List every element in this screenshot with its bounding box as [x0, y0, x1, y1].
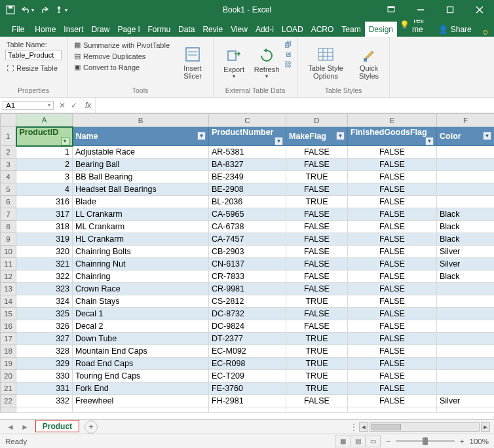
cell[interactable]: LL Crankarm	[73, 208, 209, 221]
cell[interactable]: Mountain End Caps	[73, 345, 209, 358]
cell[interactable]: CA-7457	[209, 233, 286, 246]
table-header[interactable]: ProductID▼	[16, 127, 73, 146]
link-props[interactable]: 🗐 🖥 ⛓	[284, 39, 292, 85]
tab-file[interactable]: File	[5, 22, 31, 37]
table-header[interactable]: Color▼	[437, 127, 495, 146]
cell[interactable]: TRUE	[286, 171, 348, 183]
cell[interactable]: 321	[16, 258, 73, 271]
cell[interactable]: Black	[437, 233, 495, 246]
cell[interactable]: 316	[16, 196, 73, 208]
row-head[interactable]: 22	[1, 395, 16, 407]
enter-icon[interactable]: ✓	[71, 101, 77, 110]
cell[interactable]: BE-2908	[209, 183, 286, 196]
cell[interactable]: Road End Caps	[73, 358, 209, 370]
tab-team[interactable]: Team	[337, 22, 364, 37]
tab-data[interactable]: Data	[174, 22, 199, 37]
minimize-button[interactable]	[406, 0, 435, 20]
zoom-slider[interactable]	[396, 440, 455, 442]
cell[interactable]: Adjustable Race	[73, 146, 209, 159]
cell[interactable]: Headset Ball Bearings	[73, 183, 209, 196]
cell[interactable]: 331	[16, 383, 73, 395]
share-button[interactable]: 👤Share	[433, 22, 477, 37]
cell[interactable]: TRUE	[286, 358, 348, 370]
quick-styles-button[interactable]: Quick Styles	[354, 39, 384, 85]
cell[interactable]: Touring End Caps	[73, 370, 209, 383]
cell[interactable]: 326	[16, 320, 73, 333]
cell[interactable]: 1	[16, 146, 73, 159]
cell[interactable]: FALSE	[286, 246, 348, 258]
filter-icon[interactable]: ▼	[425, 137, 434, 145]
row-head[interactable]: 16	[1, 320, 16, 333]
cell[interactable]: ML Crankarm	[73, 221, 209, 233]
cell[interactable]: FE-3760	[209, 383, 286, 395]
col-head-E[interactable]: E	[348, 114, 437, 127]
tab-home[interactable]: Home	[31, 22, 60, 37]
cell[interactable]: Black	[437, 208, 495, 221]
cell[interactable]: FALSE	[348, 295, 437, 308]
cell[interactable]	[437, 183, 495, 196]
cell[interactable]: Chainring Bolts	[73, 246, 209, 258]
cell[interactable]: FH-2981	[209, 395, 286, 407]
cell[interactable]: Down Tube	[73, 333, 209, 345]
table-name-input[interactable]	[5, 50, 62, 60]
tab-add-i[interactable]: Add-i	[252, 22, 278, 37]
row-head[interactable]: 4	[1, 171, 16, 183]
cell[interactable]: Fork End	[73, 383, 209, 395]
cell[interactable]: FALSE	[348, 258, 437, 271]
cell[interactable]: HL Crankarm	[73, 233, 209, 246]
cell[interactable]: FALSE	[348, 345, 437, 358]
feedback-icon[interactable]: ☺	[477, 28, 494, 37]
filter-icon[interactable]: ▼	[61, 137, 69, 145]
cell[interactable]: Silver	[437, 395, 495, 407]
cell[interactable]: FALSE	[348, 283, 437, 295]
cell[interactable]: Chainring Nut	[73, 258, 209, 271]
cell[interactable]	[437, 146, 495, 159]
cell[interactable]: FALSE	[286, 208, 348, 221]
cell[interactable]: Decal 1	[73, 308, 209, 320]
cell[interactable]: BL-2036	[209, 196, 286, 208]
cell[interactable]: TRUE	[286, 370, 348, 383]
cell[interactable]: 318	[16, 221, 73, 233]
convert-range-button[interactable]: ▣Convert to Range	[73, 62, 171, 73]
cell[interactable]: FALSE	[286, 183, 348, 196]
row-head[interactable]: 18	[1, 345, 16, 358]
view-break[interactable]: ▭	[365, 436, 381, 447]
cell[interactable]: 322	[16, 271, 73, 283]
close-button[interactable]	[465, 0, 494, 20]
cell[interactable]: FALSE	[286, 271, 348, 283]
filter-icon[interactable]: ▼	[197, 132, 206, 140]
refresh-button[interactable]: Refresh▾	[252, 39, 282, 85]
cell[interactable]: FALSE	[348, 383, 437, 395]
cell[interactable]: AR-5381	[209, 146, 286, 159]
row-head[interactable]: 12	[1, 271, 16, 283]
cell[interactable]: 327	[16, 333, 73, 345]
cell[interactable]: 324	[16, 295, 73, 308]
cell[interactable]: FALSE	[348, 159, 437, 171]
cell[interactable]: FALSE	[348, 333, 437, 345]
cell[interactable]: 317	[16, 208, 73, 221]
cell[interactable]: Crown Race	[73, 283, 209, 295]
cell[interactable]: FALSE	[286, 308, 348, 320]
cell[interactable]: 323	[16, 283, 73, 295]
row-head[interactable]: 5	[1, 183, 16, 196]
cell[interactable]: FALSE	[348, 320, 437, 333]
export-button[interactable]: Export▾	[219, 39, 249, 85]
cell[interactable]: 320	[16, 246, 73, 258]
col-head-C[interactable]: C	[209, 114, 286, 127]
name-box[interactable]: A1▾	[3, 101, 54, 110]
cell[interactable]	[437, 345, 495, 358]
h-scrollbar[interactable]: ⋮ ◄ ►	[350, 422, 494, 432]
style-options-button[interactable]: Table Style Options	[303, 39, 349, 85]
row-head[interactable]: 17	[1, 333, 16, 345]
view-layout[interactable]: ▤	[350, 436, 366, 447]
cell[interactable]: FALSE	[348, 171, 437, 183]
cell[interactable]: FALSE	[348, 146, 437, 159]
cell[interactable]: FALSE	[286, 233, 348, 246]
row-head[interactable]: 2	[1, 146, 16, 159]
cell[interactable]	[437, 308, 495, 320]
row-head[interactable]: 11	[1, 258, 16, 271]
tab-insert[interactable]: Insert	[60, 22, 87, 37]
cell[interactable]: 4	[16, 183, 73, 196]
row-head[interactable]: 21	[1, 383, 16, 395]
cell[interactable]: DC-8732	[209, 308, 286, 320]
